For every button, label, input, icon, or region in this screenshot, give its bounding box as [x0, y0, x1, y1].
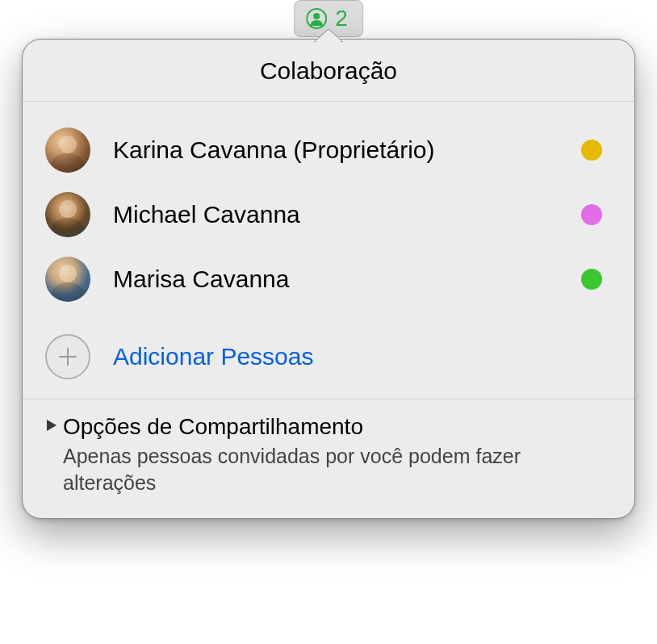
- add-people-label: Adicionar Pessoas: [113, 343, 313, 370]
- plus-icon: [45, 334, 90, 379]
- avatar: [45, 128, 90, 173]
- status-dot: [581, 204, 602, 225]
- status-dot: [581, 140, 602, 161]
- add-people-button[interactable]: Adicionar Pessoas: [23, 318, 634, 399]
- participant-row[interactable]: Karina Cavanna (Proprietário): [45, 118, 612, 182]
- popover-arrow: [314, 27, 343, 45]
- participant-row[interactable]: Michael Cavanna: [45, 182, 612, 247]
- share-options-text: Opções de Compartilhamento Apenas pessoa…: [63, 412, 612, 496]
- popover-title: Colaboração: [23, 57, 634, 85]
- svg-point-1: [313, 13, 320, 19]
- person-icon: [306, 8, 327, 29]
- participant-row[interactable]: Marisa Cavanna: [45, 247, 612, 312]
- participant-name: Karina Cavanna (Proprietário): [113, 136, 581, 164]
- share-options-title: Opções de Compartilhamento: [63, 412, 612, 441]
- share-options-subtitle: Apenas pessoas convidadas por você podem…: [63, 443, 612, 496]
- avatar: [45, 192, 90, 237]
- collaboration-popover: Colaboração Karina Cavanna (Proprietário…: [22, 39, 635, 519]
- disclosure-triangle-icon: [45, 418, 58, 436]
- status-dot: [581, 269, 602, 290]
- participant-name: Michael Cavanna: [113, 201, 581, 228]
- share-options-row[interactable]: Opções de Compartilhamento Apenas pessoa…: [23, 399, 634, 518]
- popover-header: Colaboração: [23, 40, 634, 102]
- participant-name: Marisa Cavanna: [113, 266, 581, 293]
- participants-list: Karina Cavanna (Proprietário) Michael Ca…: [23, 102, 634, 318]
- avatar: [45, 257, 90, 302]
